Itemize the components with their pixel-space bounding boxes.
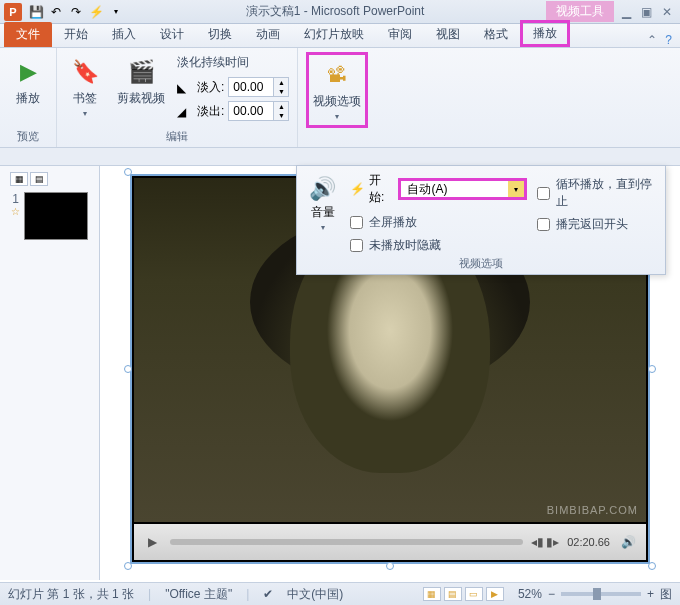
slide-thumbnails-panel: ▦ ▤ 1 ☆ [0, 166, 100, 580]
title-bar: P 💾 ↶ ↷ ⚡ ▾ 演示文稿1 - Microsoft PowerPoint… [0, 0, 680, 24]
spellcheck-icon[interactable]: ✔ [263, 587, 273, 601]
spin-up-icon[interactable]: ▲ [274, 78, 288, 87]
qat-more-icon[interactable]: ⚡ [88, 4, 104, 20]
ruler-bar [0, 148, 680, 166]
ribbon-tabs: 文件 开始 插入 设计 切换 动画 幻灯片放映 审阅 视图 格式 播放 ⌃ ? [0, 24, 680, 48]
lightning-icon: ⚡ [350, 182, 365, 196]
normal-view-icon[interactable]: ▦ [423, 587, 441, 601]
fade-in-spinner[interactable]: ▲▼ [228, 77, 289, 97]
ribbon-minimize-icon[interactable]: ⌃ [647, 33, 657, 47]
ribbon-group-edit: 🔖 书签 ▾ 🎬 剪裁视频 淡化持续时间 ◣ 淡入: ▲▼ ◢ 淡出: [57, 48, 298, 147]
volume-icon[interactable]: 🔊 [618, 532, 638, 552]
zoom-out-icon[interactable]: − [548, 587, 555, 601]
playbar-track[interactable] [170, 539, 523, 545]
window-title: 演示文稿1 - Microsoft PowerPoint [124, 3, 546, 20]
resize-handle[interactable] [124, 168, 132, 176]
popup-group-label: 视频选项 [297, 256, 665, 271]
fade-out-spinner[interactable]: ▲▼ [228, 101, 289, 121]
slides-view-icon[interactable]: ▤ [30, 172, 48, 186]
dropdown-arrow-icon[interactable]: ▾ [508, 181, 524, 197]
tab-review[interactable]: 审阅 [376, 22, 424, 47]
play-button[interactable]: ▶ 播放 [8, 52, 48, 111]
zoom-level[interactable]: 52% [518, 587, 542, 601]
window-buttons: ▁ ▣ ✕ [622, 5, 672, 19]
outline-view-icon[interactable]: ▦ [10, 172, 28, 186]
tab-transitions[interactable]: 切换 [196, 22, 244, 47]
resize-handle[interactable] [648, 562, 656, 570]
play-icon: ▶ [12, 56, 44, 88]
close-icon[interactable]: ✕ [662, 5, 672, 19]
animation-star-icon: ☆ [11, 206, 20, 217]
video-options-popup: 🔊 音量 ▾ ⚡ 开始: 自动(A) ▾ 全屏播放 未播放时隐藏 循环播放，直到… [296, 165, 666, 275]
resize-handle[interactable] [386, 562, 394, 570]
undo-icon[interactable]: ↶ [48, 4, 64, 20]
fade-in-label: 淡入: [197, 79, 224, 96]
tab-animations[interactable]: 动画 [244, 22, 292, 47]
tab-slideshow[interactable]: 幻灯片放映 [292, 22, 376, 47]
fade-in-icon: ◣ [177, 81, 193, 93]
frame-back-icon[interactable]: ◂▮ [531, 535, 544, 549]
zoom-in-icon[interactable]: + [647, 587, 654, 601]
video-options-label: 视频选项 [313, 93, 361, 110]
hide-checkbox[interactable]: 未播放时隐藏 [350, 237, 527, 254]
help-icon[interactable]: ? [665, 33, 672, 47]
tab-playback[interactable]: 播放 [520, 20, 570, 47]
spin-up-icon[interactable]: ▲ [274, 102, 288, 111]
play-label: 播放 [16, 90, 40, 107]
fit-window-icon[interactable]: 图 [660, 586, 672, 603]
fade-title: 淡化持续时间 [177, 54, 289, 71]
start-dropdown[interactable]: 自动(A) ▾ [398, 178, 527, 200]
spin-down-icon[interactable]: ▼ [274, 111, 288, 120]
playbar-time: 02:20.66 [567, 536, 610, 548]
speaker-icon: 🔊 [309, 176, 336, 202]
zoom-control: 52% − + 图 [518, 586, 672, 603]
save-icon[interactable]: 💾 [28, 4, 44, 20]
playbar-play-icon[interactable]: ▶ [142, 532, 162, 552]
restore-icon[interactable]: ▣ [641, 5, 652, 19]
slide-counter: 幻灯片 第 1 张，共 1 张 [8, 586, 134, 603]
thumbnail-image [24, 192, 88, 240]
spin-down-icon[interactable]: ▼ [274, 87, 288, 96]
video-options-button[interactable]: 📽 视频选项 ▾ [306, 52, 368, 128]
bookmark-button[interactable]: 🔖 书签 ▾ [65, 52, 105, 122]
video-options-icon: 📽 [321, 59, 353, 91]
fade-out-input[interactable] [229, 104, 273, 118]
bookmark-label: 书签 [73, 90, 97, 107]
trim-icon: 🎬 [125, 56, 157, 88]
tab-insert[interactable]: 插入 [100, 22, 148, 47]
zoom-slider[interactable] [561, 592, 641, 596]
fade-in-input[interactable] [229, 80, 273, 94]
reading-view-icon[interactable]: ▭ [465, 587, 483, 601]
frame-fwd-icon[interactable]: ▮▸ [546, 535, 559, 549]
start-label: 开始: [369, 172, 394, 206]
volume-button[interactable]: 🔊 音量 ▾ [305, 172, 340, 236]
resize-handle[interactable] [648, 365, 656, 373]
redo-icon[interactable]: ↷ [68, 4, 84, 20]
volume-label: 音量 [311, 204, 335, 221]
ribbon-group-video-options: 📽 视频选项 ▾ [298, 48, 376, 147]
tab-format[interactable]: 格式 [472, 22, 520, 47]
fade-duration-group: 淡化持续时间 ◣ 淡入: ▲▼ ◢ 淡出: ▲▼ [177, 54, 289, 121]
trim-video-button[interactable]: 🎬 剪裁视频 [113, 52, 169, 111]
tab-design[interactable]: 设计 [148, 22, 196, 47]
slideshow-view-icon[interactable]: ▶ [486, 587, 504, 601]
group-label-preview: 预览 [0, 129, 56, 144]
resize-handle[interactable] [124, 365, 132, 373]
tab-file[interactable]: 文件 [4, 22, 52, 47]
trim-label: 剪裁视频 [117, 90, 165, 107]
group-label-edit: 编辑 [57, 129, 297, 144]
quick-access-toolbar: 💾 ↶ ↷ ⚡ ▾ [28, 4, 124, 20]
video-playbar: ▶ ◂▮ ▮▸ 02:20.66 🔊 [134, 524, 646, 560]
loop-checkbox[interactable]: 循环播放，直到停止 [537, 176, 657, 210]
qat-dropdown-icon[interactable]: ▾ [108, 4, 124, 20]
tab-view[interactable]: 视图 [424, 22, 472, 47]
minimize-icon[interactable]: ▁ [622, 5, 631, 19]
slide-thumbnail-1[interactable]: 1 ☆ [11, 192, 88, 240]
rewind-checkbox[interactable]: 播完返回开头 [537, 216, 657, 233]
tab-home[interactable]: 开始 [52, 22, 100, 47]
language-indicator[interactable]: 中文(中国) [287, 586, 343, 603]
resize-handle[interactable] [124, 562, 132, 570]
bookmark-icon: 🔖 [69, 56, 101, 88]
fullscreen-checkbox[interactable]: 全屏播放 [350, 214, 527, 231]
sorter-view-icon[interactable]: ▤ [444, 587, 462, 601]
